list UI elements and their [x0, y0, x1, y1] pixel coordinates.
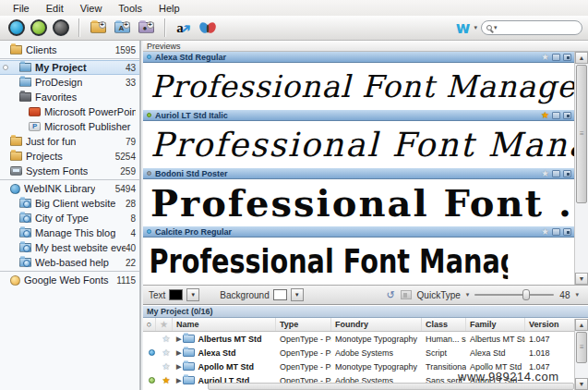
favorite-star-icon[interactable]: ★: [162, 376, 171, 385]
sidebar-item-microsoft-publisher[interactable]: Microsoft Publisher: [0, 119, 139, 134]
sidebar-item-clients[interactable]: Clients 1595: [0, 43, 139, 57]
active-blue-dot-icon: [149, 349, 155, 356]
black-circle-button[interactable]: [53, 19, 69, 36]
font-list-scrollbar[interactable]: ▲ ▼: [574, 319, 588, 390]
favorite-star-icon[interactable]: ★: [162, 348, 171, 358]
new-set-button[interactable]: A+: [110, 18, 134, 38]
tile-view-icon[interactable]: [401, 290, 412, 299]
reset-preview-icon[interactable]: ↺: [386, 289, 394, 301]
sidebar-item-city-of-type[interactable]: City of Type 8: [0, 211, 139, 225]
column-header-family[interactable]: Family: [466, 318, 525, 331]
preview-header[interactable]: Alexa Std Regular ★: [143, 52, 588, 63]
preview-sample-text: Professional Font Management: [143, 63, 588, 110]
expand-icon[interactable]: ▶: [176, 377, 181, 384]
detach-preview-icon[interactable]: [563, 54, 571, 61]
scroll-up-icon[interactable]: ▲: [575, 52, 588, 64]
collection-icon[interactable]: [552, 112, 560, 119]
column-header-name[interactable]: Name: [173, 318, 276, 331]
column-header-foundry[interactable]: Foundry: [331, 318, 422, 331]
font-foundry: Monotype Typography: [331, 332, 422, 346]
sidebar-item-projects[interactable]: Projects 5254: [0, 149, 139, 164]
scroll-up-icon[interactable]: ▲: [575, 319, 588, 331]
preview-header[interactable]: Bodoni Std Poster ★: [143, 168, 588, 179]
menu-file[interactable]: File: [6, 2, 37, 15]
detach-preview-icon[interactable]: [563, 112, 571, 119]
scrollbar-thumb[interactable]: [576, 65, 587, 203]
favorite-star-icon[interactable]: ★: [541, 169, 549, 178]
background-color-dropdown[interactable]: ▼: [291, 288, 304, 301]
sidebar-item-my-project[interactable]: My Project 43: [0, 60, 139, 75]
green-circle-button[interactable]: [30, 19, 47, 36]
search-input[interactable]: ▾: [481, 20, 582, 35]
scroll-down-icon[interactable]: ▼: [575, 273, 588, 285]
favorite-star-icon[interactable]: ★: [541, 53, 549, 62]
slider-thumb[interactable]: [522, 289, 530, 300]
activate-font-button[interactable]: a➔: [172, 18, 196, 38]
sidebar-item-system-fonts[interactable]: System Fonts 259: [0, 164, 139, 178]
menu-tools[interactable]: Tools: [111, 2, 150, 15]
background-color-swatch[interactable]: [273, 289, 287, 300]
detach-preview-icon[interactable]: [563, 170, 571, 177]
text-color-dropdown[interactable]: ▼: [186, 288, 199, 301]
favorite-star-icon[interactable]: ★: [541, 111, 549, 120]
sidebar-item-big-client-website[interactable]: Big Client website 28: [0, 196, 139, 211]
sidebar-item-my-best-website-ever[interactable]: My best website ever 40: [0, 240, 139, 255]
w-logo-caret-icon[interactable]: ▾: [474, 24, 477, 31]
quicktype-caret-icon[interactable]: ▾: [466, 291, 470, 299]
column-header-class[interactable]: Class: [422, 318, 466, 331]
sidebar-item-just-for-fun[interactable]: Just for fun 79: [0, 134, 139, 149]
preview-header[interactable]: Calcite Pro Regular ★: [143, 226, 588, 238]
previews-scrollbar[interactable]: ▲ ▼: [574, 52, 588, 285]
column-header-version[interactable]: Version: [525, 318, 574, 331]
horizontal-scrollbar[interactable]: [208, 383, 574, 390]
new-library-button[interactable]: +: [86, 18, 110, 38]
font-size-dropdown-icon[interactable]: ▾: [575, 291, 579, 299]
preview-auriol-lt-std[interactable]: Auriol LT Std Italic ★ Professional Font…: [143, 110, 588, 168]
expand-icon[interactable]: ▶: [176, 363, 181, 371]
webink-w-logo[interactable]: w: [456, 20, 471, 36]
table-row[interactable]: ★ ▶Alexa Std OpenType - PS Adobe Systems…: [143, 346, 588, 360]
preview-bodoni-std[interactable]: Bodoni Std Poster ★ Professional Font ..…: [143, 168, 588, 226]
quicktype-label[interactable]: QuickType: [417, 290, 461, 300]
collection-icon[interactable]: [552, 228, 560, 236]
preview-header[interactable]: Auriol LT Std Italic ★: [143, 110, 588, 121]
sidebar-item-prodesign[interactable]: ProDesign 33: [0, 75, 139, 90]
expand-icon[interactable]: ▶: [176, 335, 181, 343]
scrollbar-thumb[interactable]: [576, 332, 587, 363]
sidebar-item-web-based-help[interactable]: Web-based help 22: [0, 255, 139, 270]
font-folder-icon: [183, 348, 195, 357]
table-row[interactable]: ★ ▶Albertus MT Std OpenType - PS Monotyp…: [143, 332, 588, 346]
favorite-star-icon[interactable]: ★: [162, 335, 171, 344]
collection-icon[interactable]: [552, 170, 560, 177]
favorite-star-icon[interactable]: ★: [541, 227, 549, 237]
font-name: Alexa Std: [198, 348, 235, 358]
menu-edit[interactable]: Edit: [39, 2, 71, 15]
search-options-caret-icon[interactable]: ▾: [494, 24, 498, 31]
font-type: OpenType - PS: [276, 346, 331, 360]
scroll-down-icon[interactable]: ▼: [575, 378, 588, 390]
detach-preview-icon[interactable]: [563, 228, 571, 236]
text-color-swatch[interactable]: [169, 289, 183, 300]
size-slider[interactable]: [474, 294, 554, 296]
menu-view[interactable]: View: [73, 2, 110, 15]
sidebar-item-webink-library[interactable]: WebINK Library 5494: [0, 181, 139, 196]
column-header-type[interactable]: Type: [276, 318, 331, 331]
sidebar-item-microsoft-powerpoint[interactable]: Microsoft PowerPoint: [0, 104, 139, 119]
activation-column-icon[interactable]: ○: [143, 318, 156, 331]
sidebar-item-label: Projects: [26, 151, 63, 162]
new-smart-set-button[interactable]: ●+: [134, 18, 158, 38]
blue-circle-button[interactable]: [8, 19, 25, 36]
expand-icon[interactable]: ▶: [176, 349, 181, 357]
font-size-value[interactable]: 48: [559, 290, 570, 300]
preview-alexa-std[interactable]: Alexa Std Regular ★ Professional Font Ma…: [143, 52, 588, 110]
sidebar-item-google-web-fonts[interactable]: Google Web Fonts 1115: [0, 273, 139, 287]
web-folder-icon: [19, 213, 31, 223]
favorite-star-icon[interactable]: ★: [162, 362, 171, 372]
menu-help[interactable]: Help: [151, 2, 187, 15]
webink-button[interactable]: [196, 18, 220, 38]
preview-calcite-pro[interactable]: Calcite Pro Regular ★ Professional Font …: [143, 226, 588, 285]
favorite-column-icon[interactable]: ★: [156, 318, 173, 331]
sidebar-item-manage-this-blog[interactable]: Manage This blog 4: [0, 225, 139, 240]
sidebar-item-favorites[interactable]: Favorites: [0, 90, 139, 104]
collection-icon[interactable]: [552, 54, 560, 61]
